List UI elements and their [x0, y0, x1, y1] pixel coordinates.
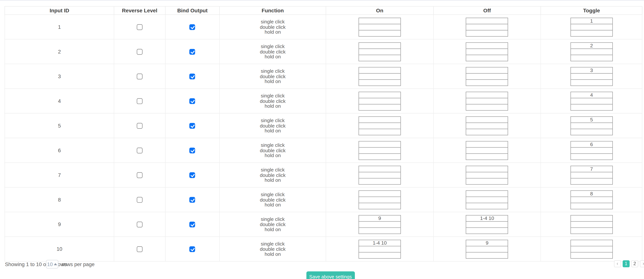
on-input[interactable] [358, 104, 401, 111]
toggle-input[interactable] [570, 79, 612, 86]
off-input[interactable] [466, 98, 508, 104]
bind-output-checkbox[interactable] [190, 123, 195, 129]
reverse-level-checkbox[interactable] [137, 123, 142, 129]
toggle-input[interactable] [570, 67, 612, 74]
on-input[interactable] [358, 166, 401, 172]
reverse-level-checkbox[interactable] [137, 24, 142, 30]
reverse-level-checkbox[interactable] [137, 98, 142, 104]
toggle-input[interactable] [570, 30, 612, 37]
toggle-input[interactable] [570, 246, 612, 252]
toggle-input[interactable] [570, 178, 612, 185]
on-input[interactable] [358, 43, 401, 49]
on-input[interactable] [358, 79, 401, 86]
toggle-input[interactable] [570, 49, 612, 55]
off-input[interactable] [466, 252, 508, 258]
off-input[interactable] [466, 73, 508, 80]
toggle-input[interactable] [570, 98, 612, 104]
toggle-input[interactable] [570, 227, 612, 234]
pagination-page-button[interactable]: 2 [631, 260, 638, 267]
off-input[interactable] [466, 246, 508, 252]
on-input[interactable] [358, 252, 401, 258]
toggle-input[interactable] [570, 196, 612, 203]
off-input[interactable] [466, 49, 508, 55]
on-input[interactable] [358, 147, 401, 154]
off-input[interactable] [466, 43, 508, 49]
on-input[interactable] [358, 129, 401, 135]
toggle-input[interactable] [570, 55, 612, 61]
reverse-level-checkbox[interactable] [137, 74, 142, 79]
on-input[interactable] [358, 227, 401, 234]
off-input[interactable] [466, 104, 508, 111]
reverse-level-checkbox[interactable] [137, 246, 142, 252]
reverse-level-checkbox[interactable] [137, 172, 142, 178]
off-input[interactable] [466, 227, 508, 234]
reverse-level-checkbox[interactable] [137, 49, 142, 55]
bind-output-checkbox[interactable] [190, 49, 195, 55]
toggle-input[interactable] [570, 24, 612, 31]
on-input[interactable] [358, 92, 401, 98]
toggle-input[interactable] [570, 92, 612, 98]
on-input[interactable] [358, 203, 401, 209]
on-input[interactable] [358, 221, 401, 228]
pagination-prev-button[interactable]: ‹ [614, 260, 621, 267]
toggle-input[interactable] [570, 252, 612, 258]
pagination-page-button[interactable]: 1 [622, 260, 630, 267]
reverse-level-checkbox[interactable] [137, 197, 142, 203]
bind-output-checkbox[interactable] [190, 74, 195, 79]
on-input[interactable] [358, 246, 401, 252]
off-input[interactable] [466, 153, 508, 160]
on-input[interactable] [358, 24, 401, 31]
toggle-input[interactable] [570, 166, 612, 172]
reverse-level-checkbox[interactable] [137, 148, 142, 153]
on-input[interactable] [358, 30, 401, 37]
reverse-level-checkbox[interactable] [137, 222, 142, 227]
toggle-input[interactable] [570, 153, 612, 160]
off-input[interactable] [466, 191, 508, 197]
off-input[interactable] [466, 215, 508, 222]
off-input[interactable] [466, 30, 508, 37]
off-input[interactable] [466, 203, 508, 209]
off-input[interactable] [466, 92, 508, 98]
on-input[interactable] [358, 49, 401, 55]
toggle-input[interactable] [570, 117, 612, 123]
toggle-input[interactable] [570, 203, 612, 209]
off-input[interactable] [466, 117, 508, 123]
on-input[interactable] [358, 178, 401, 185]
off-input[interactable] [466, 166, 508, 172]
off-input[interactable] [466, 67, 508, 74]
on-input[interactable] [358, 215, 401, 222]
toggle-input[interactable] [570, 172, 612, 178]
on-input[interactable] [358, 55, 401, 61]
toggle-input[interactable] [570, 43, 612, 49]
on-input[interactable] [358, 18, 401, 24]
off-input[interactable] [466, 178, 508, 185]
toggle-input[interactable] [570, 147, 612, 154]
off-input[interactable] [466, 196, 508, 203]
off-input[interactable] [466, 221, 508, 228]
off-input[interactable] [466, 79, 508, 86]
on-input[interactable] [358, 141, 401, 148]
toggle-input[interactable] [570, 129, 612, 135]
on-input[interactable] [358, 153, 401, 160]
toggle-input[interactable] [570, 104, 612, 111]
off-input[interactable] [466, 129, 508, 135]
toggle-input[interactable] [570, 221, 612, 228]
off-input[interactable] [466, 147, 508, 154]
off-input[interactable] [466, 24, 508, 31]
toggle-input[interactable] [570, 73, 612, 80]
on-input[interactable] [358, 240, 401, 246]
on-input[interactable] [358, 172, 401, 178]
bind-output-checkbox[interactable] [190, 172, 195, 178]
bind-output-checkbox[interactable] [190, 246, 195, 252]
toggle-input[interactable] [570, 141, 612, 148]
on-input[interactable] [358, 67, 401, 74]
off-input[interactable] [466, 55, 508, 61]
on-input[interactable] [358, 122, 401, 129]
off-input[interactable] [466, 240, 508, 246]
pagination-next-button[interactable]: › [640, 260, 644, 267]
page-size-dropdown[interactable]: 10 [46, 260, 58, 268]
off-input[interactable] [466, 172, 508, 178]
toggle-input[interactable] [570, 240, 612, 246]
on-input[interactable] [358, 196, 401, 203]
on-input[interactable] [358, 98, 401, 104]
